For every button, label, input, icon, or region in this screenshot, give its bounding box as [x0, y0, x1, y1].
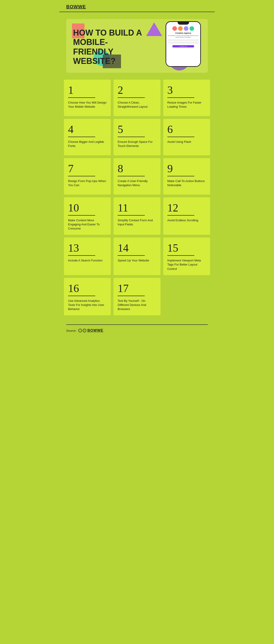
tip-item-10: 10Make Content More Engaging And Easier … — [64, 197, 111, 235]
footer-icons: i © — [78, 329, 86, 332]
tip-divider-16 — [68, 296, 95, 296]
tip-item-14: 14Speed Up Your Website — [114, 238, 160, 275]
tip-label-16: Use Advanced Analytics Tools For Insight… — [68, 299, 107, 312]
tip-item-11: 11Simplify Contact Form And Input Fields — [114, 197, 160, 235]
tip-number-16: 16 — [68, 283, 107, 294]
tip-item-15: 15Implement Viewport Meta Tags For Bette… — [163, 238, 210, 275]
tip-divider-14 — [118, 255, 145, 256]
tip-item-7: 7Resign From Pop-Ups When You Can — [64, 158, 111, 194]
tip-number-9: 9 — [167, 163, 206, 174]
header: BOWWE — [59, 0, 215, 12]
tip-number-6: 6 — [167, 124, 206, 135]
tip-divider-10 — [68, 215, 95, 216]
tip-label-6: Avoid Using Flash — [167, 140, 206, 144]
tip-item-12: 12Avoid Endless Scrolling — [163, 197, 210, 235]
tip-item-2: 2Choose A Clean, Straightforward Layout — [114, 80, 160, 116]
avatar-1 — [172, 26, 177, 31]
tip-item-9: 9Make Call-To-Action Buttons Noticeable — [163, 158, 210, 194]
tip-item-13: 13Include A Search Function — [64, 238, 111, 275]
tip-number-4: 4 — [68, 124, 107, 135]
tip-item-3: 3Resize Images For Faster Loading Times — [163, 80, 210, 116]
footer: Source: i © BOWWE — [66, 324, 208, 338]
tip-label-12: Avoid Endless Scrolling — [167, 218, 206, 222]
tip-label-4: Choose Bigger And Legible Fonts — [68, 140, 107, 148]
tip-number-11: 11 — [118, 202, 156, 213]
phone-input-1 — [168, 39, 199, 41]
phone-notch — [178, 22, 189, 25]
tip-divider-13 — [68, 255, 95, 256]
footer-logo-area: i © BOWWE — [78, 328, 103, 332]
phone-agency-sub: We specialize in offering captivating di… — [168, 35, 199, 38]
tip-label-13: Include A Search Function — [68, 258, 107, 262]
tip-label-17: Test By Yourself - On Different Devices … — [118, 299, 156, 312]
footer-logo-text: BOWWE — [87, 328, 103, 332]
tip-divider-3 — [167, 98, 194, 98]
tip-label-1: Choose How You Will Design Your Mobile W… — [68, 100, 107, 109]
tip-number-8: 8 — [118, 163, 156, 174]
tip-number-2: 2 — [118, 85, 156, 96]
empty-grid-cell — [163, 278, 210, 316]
hero-title: HOW TO BUILD A MOBILE-FRIENDLY WEBSITE? — [73, 28, 143, 66]
phone-avatars — [172, 26, 194, 31]
tip-item-17: 17Test By Yourself - On Different Device… — [114, 278, 160, 316]
tip-divider-7 — [68, 176, 95, 176]
phone-agency-title: Creative Agency — [175, 32, 191, 34]
tip-number-1: 1 — [68, 85, 107, 96]
tip-number-15: 15 — [167, 242, 206, 254]
tip-divider-12 — [167, 215, 194, 216]
tip-item-8: 8Create A User-Friendly Navigation Menu — [114, 158, 160, 194]
tip-number-5: 5 — [118, 124, 156, 135]
tip-label-2: Choose A Clean, Straightforward Layout — [118, 100, 156, 109]
tip-label-3: Resize Images For Faster Loading Times — [167, 100, 206, 109]
tip-number-3: 3 — [167, 85, 206, 96]
tip-divider-4 — [68, 137, 95, 137]
tip-divider-2 — [118, 98, 145, 98]
avatar-2 — [178, 26, 183, 31]
tip-label-10: Make Content More Engaging And Easier To… — [68, 218, 107, 231]
tip-number-12: 12 — [167, 202, 206, 213]
phone-mockup: Creative Agency We specialize in offerin… — [166, 21, 201, 67]
phone-input-2 — [168, 42, 199, 44]
tip-label-8: Create A User-Friendly Navigation Menu — [118, 179, 156, 187]
header-logo: BOWWE — [66, 4, 86, 9]
tip-divider-5 — [118, 137, 145, 137]
tip-number-14: 14 — [118, 242, 156, 254]
avatar-3 — [184, 26, 189, 31]
avatar-4 — [189, 26, 194, 31]
purple-triangle-shape — [146, 22, 162, 36]
tip-label-5: Ensure Enough Space For Touch Elements — [118, 140, 156, 148]
tip-divider-8 — [118, 176, 145, 176]
tips-grid: 1Choose How You Will Design Your Mobile … — [59, 77, 215, 320]
tip-divider-15 — [167, 255, 194, 256]
tip-item-5: 5Ensure Enough Space For Touch Elements — [114, 119, 160, 155]
footer-icon-info: i — [78, 329, 82, 332]
tip-divider-1 — [68, 98, 95, 98]
tip-item-6: 6Avoid Using Flash — [163, 119, 210, 155]
tip-divider-9 — [167, 176, 194, 176]
hero-section: HOW TO BUILD A MOBILE-FRIENDLY WEBSITE? … — [66, 19, 208, 73]
footer-icon-c: © — [83, 329, 86, 332]
tip-item-1: 1Choose How You Will Design Your Mobile … — [64, 80, 111, 116]
tip-number-7: 7 — [68, 163, 107, 174]
phone-screen: Creative Agency We specialize in offerin… — [166, 25, 200, 66]
tip-item-4: 4Choose Bigger And Legible Fonts — [64, 119, 111, 155]
tip-label-11: Simplify Contact Form And Input Fields — [118, 218, 156, 226]
tip-number-10: 10 — [68, 202, 107, 213]
tip-label-9: Make Call-To-Action Buttons Noticeable — [167, 179, 206, 187]
tip-label-14: Speed Up Your Website — [118, 258, 156, 262]
tip-divider-17 — [118, 296, 145, 296]
tip-number-17: 17 — [118, 283, 156, 294]
tip-item-16: 16Use Advanced Analytics Tools For Insig… — [64, 278, 111, 316]
tip-label-15: Implement Viewport Meta Tags For Better … — [167, 258, 206, 271]
tip-label-7: Resign From Pop-Ups When You Can — [68, 179, 107, 187]
tip-divider-6 — [167, 137, 194, 137]
tip-divider-11 — [118, 215, 145, 216]
footer-source-label: Source: — [66, 329, 77, 332]
phone-btn-label: CONTACT US! — [179, 46, 187, 47]
tip-number-13: 13 — [68, 242, 107, 254]
phone-cta-button: CONTACT US! — [172, 45, 194, 48]
